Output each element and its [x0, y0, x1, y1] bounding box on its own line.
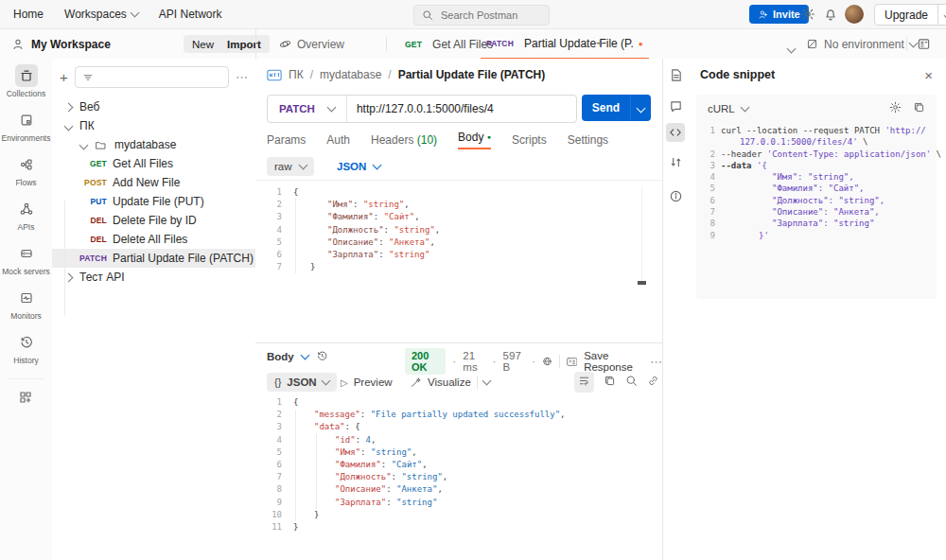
global-search[interactable]	[413, 5, 550, 26]
sidebar-item-collections[interactable]: Collections	[0, 64, 52, 98]
close-panel-button[interactable]: ×	[924, 67, 933, 83]
import-button[interactable]: Import	[219, 35, 270, 53]
code-string: 127.0.0.1:5000/files/4'	[740, 136, 858, 148]
request-get-all-files[interactable]: GET Get All Files	[52, 154, 255, 173]
response-body-viewer[interactable]: 1{ 2"message": "File partially updated s…	[255, 396, 651, 560]
sidebar-item-apis[interactable]: APIs	[0, 198, 52, 232]
breadcrumb-collection[interactable]: ПК	[289, 68, 304, 81]
sidebar-item-history[interactable]: History	[0, 331, 52, 365]
wrap-line-button[interactable]	[574, 372, 594, 393]
tab-overview[interactable]: Overview	[279, 29, 344, 59]
tab-scripts[interactable]: Scripts	[512, 133, 547, 147]
url-input[interactable]	[347, 102, 576, 115]
request-delete-all-files[interactable]: DEL Delete All Files	[52, 230, 255, 249]
response-time[interactable]: 21 ms	[463, 350, 485, 373]
request-partial-update-file-selected[interactable]: PATCH Partial Update File (PATCH)	[52, 249, 255, 268]
sidebar-filter-input[interactable]	[75, 66, 229, 88]
save-response-button[interactable]: Save Response	[584, 350, 643, 373]
code-line: 3--data '{	[704, 160, 931, 171]
avatar[interactable]	[845, 5, 864, 24]
workspace-switcher[interactable]: My Workspace	[11, 29, 111, 59]
chevron-down-icon	[130, 9, 139, 18]
comments-button[interactable]	[669, 99, 683, 116]
response-history-icon[interactable]	[316, 350, 328, 362]
response-size[interactable]: 597 B	[503, 350, 525, 373]
new-tab-button[interactable]: +	[596, 34, 604, 50]
share-response-link-button[interactable]	[647, 375, 659, 390]
settings-button[interactable]	[800, 7, 815, 25]
new-button[interactable]: New	[184, 35, 222, 53]
body-language-selector[interactable]: JSON	[337, 157, 380, 176]
tab-patch-active[interactable]: PATCH Partial Update File (P. ●	[481, 29, 649, 61]
folder-mydatabase[interactable]: mydatabase	[52, 135, 255, 154]
request-body-editor[interactable]: 1{ 2"Имя": "string", 3"Фамилия": "Сайт",…	[255, 180, 662, 343]
chevron-down-icon	[321, 376, 330, 386]
nav-api-network[interactable]: API Network	[159, 8, 222, 21]
method-selector[interactable]: PATCH	[268, 96, 346, 122]
invite-person-icon	[758, 9, 768, 20]
sidebar-item-flows[interactable]: Flows	[0, 153, 52, 187]
documentation-button[interactable]	[669, 68, 683, 85]
tab-overflow-button[interactable]	[788, 42, 795, 55]
breadcrumb-folder[interactable]: mydatabase	[320, 68, 381, 81]
response-format-selector[interactable]: {} JSON	[267, 373, 337, 392]
code-line: 5"Фамилия": "Сайт",	[704, 183, 931, 194]
request-info-button[interactable]	[669, 189, 683, 206]
nav-home[interactable]: Home	[13, 8, 44, 21]
code-snippet-button-active[interactable]	[666, 123, 685, 142]
request-delete-file-by-id[interactable]: DEL Delete File by ID	[52, 211, 255, 230]
grid-plus-icon	[18, 390, 33, 405]
response-view-selector[interactable]: Body	[267, 350, 328, 362]
upgrade-menu-button[interactable]	[938, 9, 946, 22]
snippet-code[interactable]: 1curl --location --request PATCH 'http:/…	[696, 123, 937, 241]
environments-icon	[19, 113, 34, 128]
send-menu-button[interactable]	[631, 101, 651, 114]
request-update-file-put[interactable]: PUT Update File (PUT)	[52, 192, 255, 211]
response-meta: 200 OK · 21 ms · 597 B · Save Response ⋯	[405, 348, 662, 375]
status-badge[interactable]: 200 OK	[405, 348, 446, 375]
sidebar-item-environments[interactable]: Environments	[0, 109, 52, 143]
chevron-down-icon	[326, 103, 336, 113]
snippet-copy-button[interactable]	[913, 101, 925, 116]
line-number: 1	[263, 396, 282, 409]
search-input[interactable]	[439, 9, 528, 22]
search-response-button[interactable]	[625, 375, 638, 390]
add-collection-button[interactable]: +	[60, 73, 68, 82]
line-number: 4	[704, 171, 715, 183]
sidebar-more-button[interactable]: ⋯	[236, 70, 248, 84]
code-string: 'http://	[885, 125, 925, 136]
scrollbar-thumb[interactable]	[638, 281, 646, 285]
configure-tools-button[interactable]	[18, 390, 33, 408]
wrap-text-icon	[578, 375, 590, 387]
sidebar-item-mock-servers[interactable]: Mock servers	[0, 242, 52, 276]
preview-button[interactable]: ▷ Preview	[341, 373, 393, 392]
snippet-language-selector[interactable]: cURL	[708, 103, 748, 114]
tab-auth[interactable]: Auth	[326, 133, 350, 147]
collection-web[interactable]: Веб	[52, 97, 255, 116]
body-mode-selector[interactable]: raw	[267, 157, 314, 176]
tab-body-active[interactable]: Body ●	[458, 131, 491, 149]
code-line: 2--header 'Content-Type: application/jso…	[704, 149, 931, 160]
snippet-settings-button[interactable]	[889, 101, 902, 116]
environment-quick-look-button[interactable]	[917, 37, 931, 54]
send-button[interactable]: Send	[582, 95, 651, 121]
collection-pk[interactable]: ПК	[52, 116, 255, 135]
sidebar-item-monitors[interactable]: Monitors	[0, 287, 52, 321]
json-key: "Имя"	[335, 446, 360, 459]
environment-selector[interactable]: No environment	[806, 29, 917, 59]
copy-response-button[interactable]	[604, 375, 616, 390]
upgrade-button[interactable]: Upgrade	[874, 4, 946, 26]
request-add-new-file[interactable]: POST Add New File	[52, 173, 255, 192]
network-globe-icon[interactable]	[542, 355, 552, 368]
tab-params[interactable]: Params	[267, 133, 306, 147]
visualize-button[interactable]: Visualize	[410, 373, 490, 392]
response-more-button[interactable]: ⋯	[650, 355, 662, 369]
tab-headers[interactable]: Headers (10)	[371, 133, 437, 147]
chevron-down-icon	[787, 44, 797, 54]
notifications-button[interactable]	[823, 7, 838, 25]
mock-servers-icon	[19, 246, 34, 261]
request-changes-button[interactable]	[669, 155, 683, 172]
nav-workspaces[interactable]: Workspaces	[64, 8, 138, 21]
collection-test-api[interactable]: Тест API	[52, 268, 255, 287]
tab-settings[interactable]: Settings	[568, 133, 608, 147]
